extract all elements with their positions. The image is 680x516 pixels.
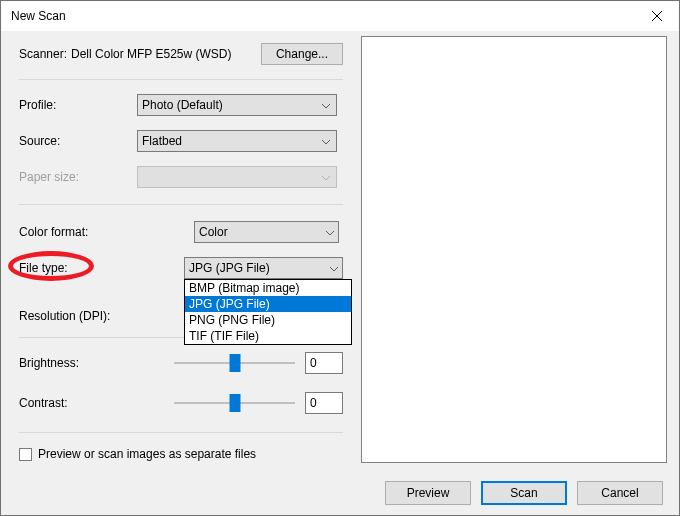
source-label: Source: [19, 134, 137, 148]
color-format-label: Color format: [19, 225, 194, 239]
preview-area[interactable] [361, 36, 667, 463]
button-bar: Preview Scan Cancel [1, 471, 679, 515]
chevron-down-icon [320, 98, 332, 112]
file-type-option-png[interactable]: PNG (PNG File) [185, 312, 351, 328]
new-scan-dialog: New Scan Scanner: Dell Color MFP E525w (… [0, 0, 680, 516]
chevron-down-icon [326, 225, 334, 239]
contrast-label: Contrast: [19, 396, 174, 410]
scan-button[interactable]: Scan [481, 481, 567, 505]
brightness-input[interactable] [305, 352, 343, 374]
file-type-dropdown: BMP (Bitmap image) JPG (JPG File) PNG (P… [184, 279, 352, 345]
file-type-option-jpg[interactable]: JPG (JPG File) [185, 296, 351, 312]
resolution-label: Resolution (DPI): [19, 309, 194, 323]
separate-files-label: Preview or scan images as separate files [38, 447, 256, 461]
source-row: Source: Flatbed [19, 130, 343, 152]
contrast-slider[interactable] [174, 392, 295, 414]
source-select[interactable]: Flatbed [137, 130, 337, 152]
file-type-option-tif[interactable]: TIF (TIF File) [185, 328, 351, 344]
chevron-down-icon [320, 134, 332, 148]
change-scanner-button[interactable]: Change... [261, 43, 343, 65]
slider-thumb[interactable] [229, 354, 240, 372]
file-type-row: File type: JPG (JPG File) BMP (Bitmap im… [19, 257, 343, 279]
profile-select[interactable]: Photo (Default) [137, 94, 337, 116]
settings-pane: Scanner: Dell Color MFP E525w (WSD) Chan… [1, 31, 359, 471]
brightness-row: Brightness: [19, 352, 343, 374]
preview-pane [359, 31, 679, 471]
profile-row: Profile: Photo (Default) [19, 94, 343, 116]
separate-files-checkbox[interactable] [19, 448, 32, 461]
slider-thumb[interactable] [229, 394, 240, 412]
cancel-button[interactable]: Cancel [577, 481, 663, 505]
close-button[interactable] [634, 1, 679, 31]
scanner-name: Dell Color MFP E525w (WSD) [71, 47, 231, 61]
file-type-option-bmp[interactable]: BMP (Bitmap image) [185, 280, 351, 296]
file-type-select[interactable]: JPG (JPG File) BMP (Bitmap image) JPG (J… [184, 257, 343, 279]
preview-button[interactable]: Preview [385, 481, 471, 505]
paper-size-row: Paper size: [19, 166, 343, 188]
scanner-label: Scanner: [19, 47, 67, 61]
scanner-row: Scanner: Dell Color MFP E525w (WSD) Chan… [19, 43, 343, 65]
color-format-row: Color format: Color [19, 221, 343, 243]
close-icon [652, 11, 662, 21]
contrast-row: Contrast: [19, 392, 343, 414]
brightness-label: Brightness: [19, 356, 174, 370]
paper-size-label: Paper size: [19, 170, 137, 184]
profile-label: Profile: [19, 98, 137, 112]
separate-files-row: Preview or scan images as separate files [19, 447, 343, 461]
titlebar: New Scan [1, 1, 679, 31]
color-format-select[interactable]: Color [194, 221, 339, 243]
chevron-down-icon [330, 261, 338, 275]
chevron-down-icon [320, 170, 332, 184]
dialog-content: Scanner: Dell Color MFP E525w (WSD) Chan… [1, 31, 679, 471]
window-title: New Scan [11, 9, 634, 23]
paper-size-select [137, 166, 337, 188]
contrast-input[interactable] [305, 392, 343, 414]
file-type-label: File type: [19, 261, 184, 275]
brightness-slider[interactable] [174, 352, 295, 374]
